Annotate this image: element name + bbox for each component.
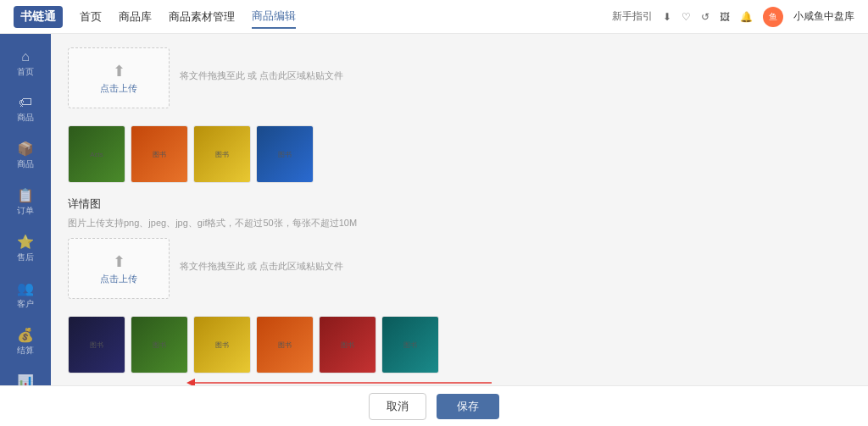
detail-upload-arrow-icon: ⬆ xyxy=(113,252,125,271)
main-layout: ⌂ 首页 🏷 商品 📦 商品 📋 订单 ⭐ 售后 👥 客户 💰 结算 📊 xyxy=(0,34,868,385)
main-upload-section: ⬆ 点击上传 将文件拖拽至此 或 点击此区域粘贴文件 Acts 图书 图书 图书 xyxy=(68,47,851,183)
gallery-2-img-1: 图书 xyxy=(68,316,125,373)
main-upload-row: ⬆ 点击上传 将文件拖拽至此 或 点击此区域粘贴文件 xyxy=(68,47,851,117)
book-thumb-3: 图书 xyxy=(194,126,250,182)
orders-icon: 📋 xyxy=(17,187,34,203)
book-detail-thumb-4: 图书 xyxy=(257,317,313,373)
top-nav-right: 新手指引 ⬇ ♡ ↺ 🖼 🔔 鱼 小咸鱼中盘库 xyxy=(612,7,854,27)
detail-section-hint: 图片上传支持png、jpeg、jpg、gif格式，不超过50张，每张不超过10M xyxy=(68,217,851,230)
book-detail-thumb-3: 图书 xyxy=(194,317,250,373)
products-icon: 🏷 xyxy=(19,95,32,110)
svg-marker-1 xyxy=(186,379,195,385)
book-thumb-1: Acts xyxy=(69,126,125,182)
book-detail-thumb-6: 图书 xyxy=(382,317,438,373)
book-detail-thumb-1: 图书 xyxy=(69,317,125,373)
refresh-icon[interactable]: ↺ xyxy=(701,11,709,23)
nav-product-edit[interactable]: 商品编辑 xyxy=(252,5,296,29)
sidebar: ⌂ 首页 🏷 商品 📦 商品 📋 订单 ⭐ 售后 👥 客户 💰 结算 📊 xyxy=(0,34,51,385)
sidebar-customers-label: 客户 xyxy=(17,298,34,310)
sidebar-goods-label: 商品 xyxy=(17,158,34,170)
sidebar-item-customers[interactable]: 👥 客户 xyxy=(0,272,51,318)
gallery-1-img-1: Acts xyxy=(68,125,125,183)
finance-icon: 💰 xyxy=(17,327,34,343)
main-upload-label: 点击上传 xyxy=(100,82,137,95)
upload-arrow-icon: ⬆ xyxy=(113,62,125,80)
content-area: ⬆ 点击上传 将文件拖拽至此 或 点击此区域粘贴文件 Acts 图书 图书 图书 xyxy=(51,34,868,385)
book-detail-thumb-2: 图书 xyxy=(131,317,187,373)
download-icon[interactable]: ⬇ xyxy=(663,11,671,23)
cancel-button[interactable]: 取消 xyxy=(369,393,426,420)
nav-products[interactable]: 商品库 xyxy=(119,6,152,28)
top-nav: 书链通 首页 商品库 商品素材管理 商品编辑 新手指引 ⬇ ♡ ↺ 🖼 🔔 鱼 … xyxy=(0,0,868,34)
detail-upload-box[interactable]: ⬆ 点击上传 xyxy=(68,238,170,299)
new-guide-link[interactable]: 新手指引 xyxy=(612,9,653,24)
sidebar-item-stats[interactable]: 📊 统计 xyxy=(0,365,51,385)
sidebar-aftersale-label: 售后 xyxy=(17,252,34,263)
sidebar-item-products[interactable]: 🏷 商品 xyxy=(0,86,51,132)
bell-icon[interactable]: 🔔 xyxy=(740,11,753,23)
save-button[interactable]: 保存 xyxy=(437,394,499,419)
sidebar-products-label: 商品 xyxy=(17,112,34,124)
detail-upload-hint: 将文件拖拽至此 或 点击此区域粘贴文件 xyxy=(180,260,343,273)
gallery-2-img-6: 图书 xyxy=(381,316,439,373)
gallery-2: 图书 图书 图书 图书 图书 图书 xyxy=(68,316,851,373)
gallery-1-img-4: 图书 xyxy=(256,125,314,183)
gallery-2-img-4: 图书 xyxy=(256,316,314,373)
avatar: 鱼 xyxy=(763,7,783,27)
home-icon: ⌂ xyxy=(21,49,30,64)
sidebar-home-label: 首页 xyxy=(17,66,34,78)
sidebar-item-home[interactable]: ⌂ 首页 xyxy=(0,41,51,86)
detail-section: 详情图 图片上传支持png、jpeg、jpg、gif格式，不超过50张，每张不超… xyxy=(68,196,851,373)
sidebar-item-finance[interactable]: 💰 结算 xyxy=(0,318,51,365)
sidebar-orders-label: 订单 xyxy=(17,205,34,217)
aftersale-icon: ⭐ xyxy=(17,234,34,250)
gallery-1: Acts 图书 图书 图书 xyxy=(68,125,851,183)
customers-icon: 👥 xyxy=(17,280,34,296)
nav-home[interactable]: 首页 xyxy=(80,6,102,28)
detail-upload-row: ⬆ 点击上传 将文件拖拽至此 或 点击此区域粘贴文件 xyxy=(68,238,851,307)
detail-upload-label: 点击上传 xyxy=(100,273,137,285)
book-detail-thumb-5: 图书 xyxy=(320,317,376,373)
detail-section-title: 详情图 xyxy=(68,196,851,212)
book-thumb-2: 图书 xyxy=(131,126,187,182)
sidebar-finance-label: 结算 xyxy=(17,345,34,357)
footer-bar: 取消 保存 xyxy=(0,385,868,426)
app-logo: 书链通 xyxy=(14,6,63,28)
gallery-1-img-2: 图书 xyxy=(131,125,188,183)
gallery-2-img-2: 图书 xyxy=(131,316,188,373)
stats-icon: 📊 xyxy=(17,373,34,385)
nav-materials[interactable]: 商品素材管理 xyxy=(169,6,235,28)
gallery-1-img-3: 图书 xyxy=(193,125,251,183)
heart-icon[interactable]: ♡ xyxy=(682,11,691,23)
user-name: 小咸鱼中盘库 xyxy=(793,9,854,24)
gallery-2-img-5: 图书 xyxy=(319,316,376,373)
sidebar-item-aftersale[interactable]: ⭐ 售后 xyxy=(0,225,51,272)
image-icon[interactable]: 🖼 xyxy=(720,11,730,23)
gallery-2-img-3: 图书 xyxy=(193,316,251,373)
main-upload-box[interactable]: ⬆ 点击上传 xyxy=(68,47,170,108)
main-upload-hint: 将文件拖拽至此 或 点击此区域粘贴文件 xyxy=(180,69,343,82)
sidebar-item-goods[interactable]: 📦 商品 xyxy=(0,132,51,179)
book-thumb-4: 图书 xyxy=(257,126,313,182)
sidebar-item-orders[interactable]: 📋 订单 xyxy=(0,179,51,225)
nav-items: 首页 商品库 商品素材管理 商品编辑 xyxy=(80,5,612,29)
goods-icon: 📦 xyxy=(17,141,34,157)
